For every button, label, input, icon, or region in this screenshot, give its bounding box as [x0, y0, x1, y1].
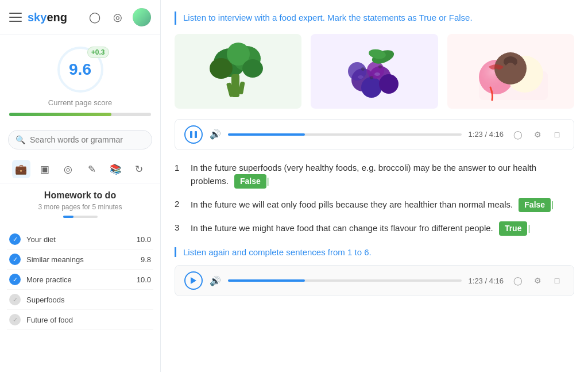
audio-progress-fill-2	[228, 279, 305, 282]
progress-bar	[63, 216, 98, 218]
volume-icon-2[interactable]: 🔊	[210, 275, 221, 286]
hamburger-menu[interactable]	[9, 13, 22, 22]
svg-point-19	[378, 65, 382, 68]
stmt-text-1: In the future superfoods (very healthy f…	[191, 162, 574, 189]
instruction-2: Listen again and complete sentences from…	[175, 247, 574, 257]
hw-check-done: ✓	[9, 254, 21, 265]
verdict-2[interactable]: False	[519, 198, 551, 212]
verdict-1[interactable]: False	[234, 174, 266, 189]
hw-name: Similar meanings	[26, 255, 141, 264]
svg-point-2	[210, 58, 233, 79]
audio-progress-bar[interactable]	[228, 133, 462, 136]
svg-point-11	[348, 62, 366, 80]
settings-icon-2[interactable]: ⚙	[530, 273, 545, 288]
hw-check-done: ✓	[9, 233, 21, 245]
audio-progress-bar-2[interactable]	[228, 279, 462, 282]
stmt-num-3: 3	[175, 221, 184, 236]
tool-refresh[interactable]: ↻	[130, 160, 148, 178]
hw-check-pending: ✓	[9, 314, 21, 325]
blueberries-image	[311, 34, 438, 109]
subtitles-icon[interactable]: ◯	[510, 127, 525, 142]
hw-score: 10.0	[137, 275, 151, 284]
homework-section: Homework to do 3 more pages for 5 minute…	[0, 183, 160, 229]
hw-item-future-of-food[interactable]: ✓ Future of food	[7, 310, 153, 330]
hw-items: ✓ Your diet 10.0 ✓ Similar meanings 9.8 …	[0, 229, 160, 330]
play-button-2[interactable]	[184, 271, 203, 290]
statement-1: 1 In the future superfoods (very healthy…	[175, 162, 574, 189]
pause-button[interactable]	[184, 125, 203, 144]
search-icon: 🔍	[16, 135, 25, 144]
homework-title: Homework to do	[9, 190, 151, 201]
avatar[interactable]	[133, 8, 151, 26]
svg-point-12	[379, 74, 399, 94]
hw-name: More practice	[26, 275, 137, 284]
score-label: Current page score	[48, 98, 112, 107]
svg-point-20	[370, 76, 373, 79]
images-row	[175, 34, 574, 109]
audio-controls-right: ◯ ⚙ □	[510, 127, 564, 142]
profile-icon[interactable]: ◎	[110, 9, 126, 25]
main-content: Listen to interview with a food expert. …	[161, 0, 588, 372]
sidebar: skyeng ◯ ◎ 9.6 +0.3 Current page score 🔍…	[0, 0, 161, 372]
hw-name: Future of food	[26, 316, 151, 324]
statements: 1 In the future superfoods (very healthy…	[175, 162, 574, 236]
score-value: 9.6	[69, 60, 91, 79]
tool-pen[interactable]: ✎	[83, 160, 101, 178]
stmt-num-2: 2	[175, 198, 184, 212]
score-bar-fill	[9, 113, 111, 116]
score-section: 9.6 +0.3 Current page score	[0, 35, 160, 124]
hw-name: Superfoods	[26, 296, 151, 304]
audio-controls-right-2: ◯ ⚙ □	[510, 273, 564, 288]
svg-point-10	[361, 77, 382, 98]
settings-icon[interactable]: ⚙	[530, 127, 545, 142]
audio-progress-fill	[228, 133, 305, 136]
tool-book[interactable]: 📚	[106, 160, 125, 178]
svg-marker-28	[191, 277, 196, 284]
instruction-1: Listen to interview with a food expert. …	[175, 11, 574, 25]
verdict-3[interactable]: True	[499, 221, 528, 236]
icecream-image	[447, 34, 574, 109]
svg-rect-27	[195, 131, 197, 138]
hw-name: Your diet	[26, 235, 137, 244]
audio-time: 1:23 / 4:16	[469, 130, 504, 139]
stmt-text-2: In the future we will eat only food pill…	[191, 198, 574, 212]
score-badge: +0.3	[87, 47, 109, 58]
toolbar: 💼 ▣ ◎ ✎ 📚 ↻	[0, 155, 160, 183]
svg-rect-26	[190, 131, 192, 138]
fullscreen-icon-2[interactable]: □	[550, 273, 564, 288]
statement-3: 3 In the future we might have food that …	[175, 221, 574, 236]
hw-item-your-diet[interactable]: ✓ Your diet 10.0	[7, 229, 153, 250]
audio-player-2: 🔊 1:23 / 4:16 ◯ ⚙ □	[175, 265, 574, 296]
volume-icon[interactable]: 🔊	[210, 129, 221, 140]
tool-briefcase[interactable]: 💼	[12, 160, 30, 178]
stmt-num-1: 1	[175, 162, 184, 189]
logo: skyeng	[28, 11, 67, 24]
tool-target[interactable]: ◎	[59, 160, 78, 178]
header-icons: ◯ ◎	[87, 8, 151, 26]
stmt-text-3: In the future we might have food that ca…	[191, 221, 574, 236]
score-bar	[9, 113, 151, 116]
tool-pages[interactable]: ▣	[36, 160, 54, 178]
hw-item-more-practice[interactable]: ✓ More practice 10.0	[7, 270, 153, 290]
sidebar-header: skyeng ◯ ◎	[0, 0, 160, 35]
homework-subtitle: 3 more pages for 5 minutes	[9, 203, 151, 211]
svg-point-4	[242, 59, 263, 78]
search-box[interactable]: 🔍	[8, 130, 152, 149]
svg-point-18	[361, 67, 365, 71]
hw-check-done: ✓	[9, 274, 21, 285]
hw-check-pending: ✓	[9, 294, 21, 305]
svg-point-13	[367, 62, 384, 79]
fullscreen-icon[interactable]: □	[550, 127, 564, 142]
search-input[interactable]	[30, 135, 145, 144]
score-circle: 9.6 +0.3	[57, 47, 103, 93]
hw-item-similar-meanings[interactable]: ✓ Similar meanings 9.8	[7, 250, 153, 270]
hw-score: 9.8	[141, 255, 151, 264]
progress-fill	[63, 216, 74, 218]
audio-time-2: 1:23 / 4:16	[469, 277, 504, 285]
audio-player-1: 🔊 1:23 / 4:16 ◯ ⚙ □	[175, 119, 574, 150]
statement-2: 2 In the future we will eat only food pi…	[175, 198, 574, 212]
subtitles-icon-2[interactable]: ◯	[510, 273, 525, 288]
svg-point-15	[374, 72, 380, 76]
hw-item-superfoods[interactable]: ✓ Superfoods	[7, 290, 153, 310]
chat-icon[interactable]: ◯	[87, 9, 103, 25]
